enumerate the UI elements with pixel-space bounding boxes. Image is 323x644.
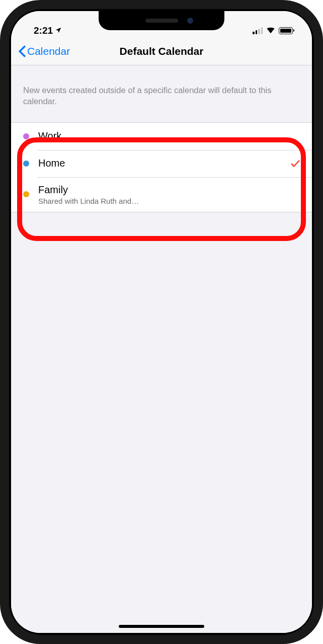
back-button[interactable]: Calendar [18,45,70,57]
status-left: 2:21 [34,25,62,36]
section-description: New events created outside of a specific… [11,65,312,113]
checkmark-icon [290,158,301,169]
row-text: Family Shared with Linda Ruth and… [38,184,301,205]
notch [99,11,224,30]
calendar-label: Home [38,157,290,170]
phone-frame: 2:21 [0,0,323,644]
page-title: Default Calendar [120,45,204,57]
calendar-list: Work Home Family Shar [11,122,312,212]
status-time: 2:21 [34,25,53,36]
speaker-grille [145,19,178,23]
row-text: Work [38,130,301,142]
calendar-label: Work [38,130,301,142]
content-area: New events created outside of a specific… [11,65,312,633]
home-indicator[interactable] [119,625,204,628]
calendar-color-dot [23,133,29,139]
status-right [253,26,294,36]
chevron-left-icon [18,45,26,57]
wifi-icon [266,26,276,35]
calendar-row-home[interactable]: Home [11,150,312,177]
cellular-signal-icon [253,27,263,34]
front-camera [187,18,193,24]
screen: 2:21 [11,11,312,633]
calendar-subtext: Shared with Linda Ruth and… [38,197,301,205]
calendar-color-dot [23,191,29,197]
back-label: Calendar [27,45,70,57]
calendar-label: Family [38,184,301,196]
calendar-color-dot [23,160,29,167]
calendar-row-family[interactable]: Family Shared with Linda Ruth and… [11,177,312,212]
row-text: Home [38,157,290,170]
phone-bezel: 2:21 [9,9,314,635]
calendar-row-work[interactable]: Work [11,123,312,150]
location-arrow-icon [55,25,62,36]
battery-icon [279,27,294,34]
nav-bar: Calendar Default Calendar [11,37,312,65]
